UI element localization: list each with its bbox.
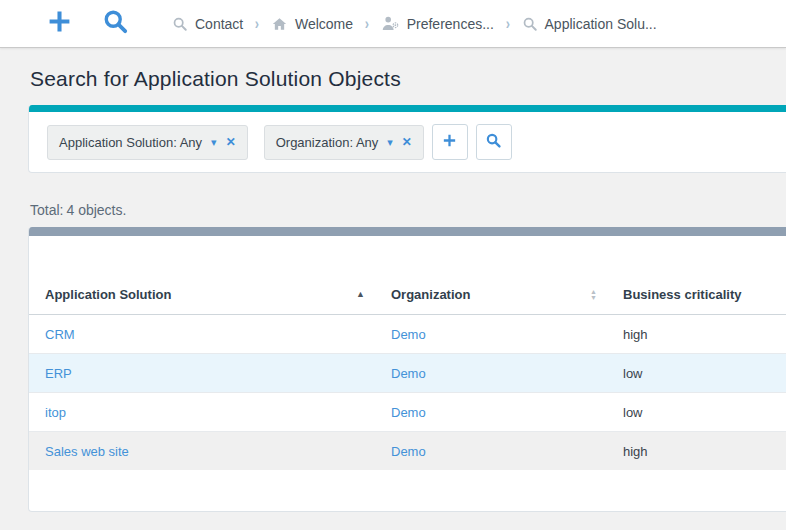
remove-criterion-icon[interactable]: ✕ — [402, 136, 412, 148]
global-search-button[interactable] — [100, 9, 130, 39]
criteria-actions — [432, 124, 512, 160]
organization-link[interactable]: Demo — [391, 327, 426, 342]
criterion-organization[interactable]: Organization: Any ▾ ✕ — [264, 125, 424, 160]
organization-link[interactable]: Demo — [391, 405, 426, 420]
cell-business-criticality: high — [607, 315, 786, 354]
criterion-application-solution[interactable]: Application Solution: Any ▾ ✕ — [47, 125, 248, 160]
criterion-label: Application Solution: Any — [59, 135, 202, 150]
search-icon — [485, 132, 502, 152]
column-header-application-solution[interactable]: Application Solution ▲ — [29, 275, 375, 315]
cell-organization: Demo — [375, 354, 607, 393]
column-label: Business criticality — [623, 287, 742, 302]
column-label: Organization — [391, 287, 470, 302]
cell-application-solution: CRM — [29, 315, 375, 354]
chevron-right-icon: › — [506, 15, 510, 32]
cell-organization: Demo — [375, 432, 607, 471]
results-table: Application Solution ▲ Organization ▲▼ B… — [29, 275, 786, 470]
remove-criterion-icon[interactable]: ✕ — [226, 136, 236, 148]
breadcrumb: Contact › Welcome › Preferences... › App… — [172, 15, 657, 32]
sort-both-icon[interactable]: ▲▼ — [590, 289, 597, 301]
object-link[interactable]: itop — [45, 405, 66, 420]
cell-organization: Demo — [375, 393, 607, 432]
column-label: Application Solution — [45, 287, 171, 302]
top-toolbar: Contact › Welcome › Preferences... › App… — [0, 0, 786, 48]
object-link[interactable]: ERP — [45, 366, 72, 381]
breadcrumb-item-preferences[interactable]: Preferences... — [381, 15, 494, 32]
chevron-down-icon[interactable]: ▾ — [387, 137, 393, 148]
criterion-label: Organization: Any — [276, 135, 379, 150]
chevron-right-icon: › — [255, 15, 259, 32]
column-header-organization[interactable]: Organization ▲▼ — [375, 275, 607, 315]
organization-link[interactable]: Demo — [391, 366, 426, 381]
breadcrumb-item-welcome[interactable]: Welcome — [271, 16, 353, 32]
search-criteria-panel: Application Solution: Any ▾ ✕ Organizati… — [28, 105, 786, 173]
table-row[interactable]: Sales web site Demo high — [29, 432, 786, 471]
object-link[interactable]: Sales web site — [45, 444, 129, 459]
table-header-row: Application Solution ▲ Organization ▲▼ B… — [29, 275, 786, 315]
results-summary: Total: 4 objects. — [30, 202, 786, 218]
breadcrumb-label: Application Solu... — [545, 16, 657, 32]
panel-drag-bar — [28, 227, 786, 236]
search-icon — [522, 16, 538, 32]
table-row[interactable]: CRM Demo high — [29, 315, 786, 354]
cell-application-solution: Sales web site — [29, 432, 375, 471]
cell-business-criticality: low — [607, 354, 786, 393]
user-gear-icon — [381, 15, 400, 32]
cell-application-solution: ERP — [29, 354, 375, 393]
sort-ascending-icon[interactable]: ▲ — [356, 290, 365, 299]
plus-icon — [441, 132, 458, 152]
total-label: Total: — [30, 202, 63, 218]
chevron-right-icon: › — [365, 15, 369, 32]
breadcrumb-item-application-solution[interactable]: Application Solu... — [522, 16, 657, 32]
breadcrumb-item-contact[interactable]: Contact — [172, 16, 243, 32]
cell-business-criticality: high — [607, 432, 786, 471]
home-icon — [271, 16, 288, 32]
breadcrumb-label: Contact — [195, 16, 243, 32]
cell-business-criticality: low — [607, 393, 786, 432]
total-value: 4 objects. — [66, 202, 126, 218]
column-header-business-criticality[interactable]: Business criticality — [607, 275, 786, 315]
add-criterion-button[interactable] — [432, 124, 468, 160]
cell-organization: Demo — [375, 315, 607, 354]
run-search-button[interactable] — [476, 124, 512, 160]
table-toolbar-area — [29, 236, 786, 275]
breadcrumb-label: Welcome — [295, 16, 353, 32]
plus-icon — [46, 8, 73, 39]
search-icon — [102, 8, 129, 39]
table-row[interactable]: ERP Demo low — [29, 354, 786, 393]
organization-link[interactable]: Demo — [391, 444, 426, 459]
cell-application-solution: itop — [29, 393, 375, 432]
chevron-down-icon[interactable]: ▾ — [211, 137, 217, 148]
table-row[interactable]: itop Demo low — [29, 393, 786, 432]
page-title: Search for Application Solution Objects — [30, 66, 786, 92]
results-panel: Application Solution ▲ Organization ▲▼ B… — [28, 227, 786, 512]
object-link[interactable]: CRM — [45, 327, 75, 342]
new-object-button[interactable] — [44, 9, 74, 39]
search-criteria-body: Application Solution: Any ▾ ✕ Organizati… — [29, 112, 786, 172]
panel-accent-bar — [28, 105, 786, 112]
search-icon — [172, 16, 188, 32]
breadcrumb-label: Preferences... — [407, 16, 494, 32]
